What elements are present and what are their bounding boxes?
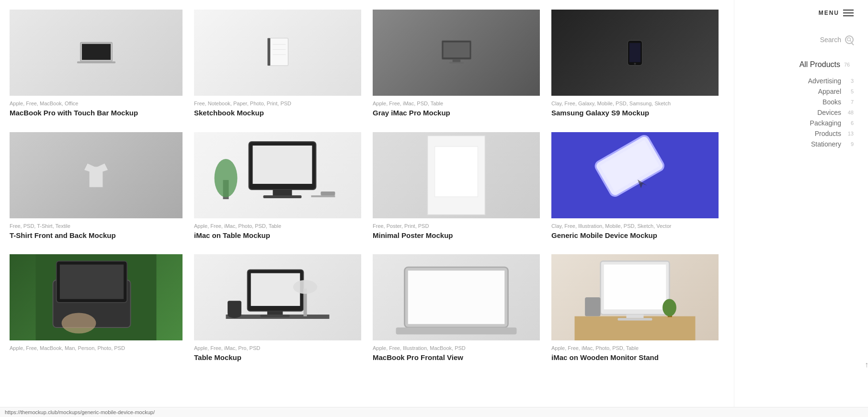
product-card[interactable]: Clay, Free, Illustration, Mobile, PSD, S… bbox=[546, 132, 724, 255]
category-count-devices: 48 bbox=[846, 110, 854, 115]
product-card[interactable]: Free, PSD, T-Shirt, Textile T-Shirt Fron… bbox=[10, 132, 188, 255]
svg-rect-30 bbox=[60, 265, 124, 299]
category-count-advertising: 3 bbox=[846, 78, 854, 84]
product-image[interactable] bbox=[373, 10, 540, 96]
category-count-packaging: 6 bbox=[846, 120, 854, 126]
product-image[interactable] bbox=[373, 254, 540, 340]
product-title[interactable]: iMac on Table Mockup bbox=[194, 231, 361, 240]
product-card[interactable]: Apple, Free, Illustration, MacBook, PSD … bbox=[367, 254, 546, 377]
all-products-label: All Products bbox=[799, 60, 840, 69]
product-card[interactable]: Apple, Free, MacBook, Office MacBook Pro… bbox=[10, 10, 188, 132]
scrollbar: ↑ bbox=[865, 0, 868, 417]
svg-rect-18 bbox=[263, 195, 302, 198]
product-image[interactable] bbox=[194, 10, 361, 96]
svg-rect-3 bbox=[267, 38, 288, 65]
product-image[interactable] bbox=[10, 254, 183, 340]
svg-point-20 bbox=[215, 159, 238, 197]
product-title[interactable]: Gray iMac Pro Mockup bbox=[373, 108, 540, 118]
product-card[interactable]: Apple, Free, iMac, PSD, Table Gray iMac … bbox=[367, 10, 546, 132]
svg-rect-46 bbox=[604, 265, 666, 310]
category-count-products: 13 bbox=[846, 131, 854, 136]
product-title[interactable]: Samsung Galaxy S9 Mockup bbox=[551, 108, 719, 118]
svg-point-38 bbox=[293, 280, 317, 294]
svg-rect-13 bbox=[629, 43, 640, 62]
svg-rect-43 bbox=[396, 327, 517, 334]
product-tags: Apple, Free, iMac, PSD, Table bbox=[373, 101, 540, 106]
product-image[interactable] bbox=[194, 254, 361, 340]
product-title[interactable]: Sketchbook Mockup bbox=[194, 108, 361, 118]
svg-point-31 bbox=[62, 313, 96, 333]
product-title[interactable]: T-Shirt Front and Back Mockup bbox=[10, 231, 183, 240]
nav-item-packaging[interactable]: Packaging 6 bbox=[749, 118, 854, 128]
nav-item-all-products[interactable]: All Products 76 bbox=[749, 58, 854, 71]
category-label-packaging: Packaging bbox=[810, 119, 841, 127]
nav-item-advertising[interactable]: Advertising 3 bbox=[749, 76, 854, 86]
svg-rect-4 bbox=[267, 38, 270, 65]
menu-line-1 bbox=[843, 10, 854, 11]
product-card[interactable]: Apple, Free, iMac, Photo, PSD, Table iMa… bbox=[188, 132, 367, 255]
product-title[interactable]: Minimal Poster Mockup bbox=[373, 231, 540, 240]
svg-rect-9 bbox=[443, 42, 469, 57]
svg-rect-2 bbox=[77, 61, 115, 63]
category-label-products: Products bbox=[815, 130, 841, 137]
product-image[interactable] bbox=[10, 10, 183, 96]
product-image[interactable] bbox=[551, 10, 719, 96]
category-label-devices: Devices bbox=[817, 109, 841, 116]
product-tags: Clay, Free, Galaxy, Mobile, PSD, Samsung… bbox=[551, 101, 719, 106]
product-card[interactable]: Clay, Free, Galaxy, Mobile, PSD, Samsung… bbox=[546, 10, 724, 132]
svg-rect-17 bbox=[273, 190, 292, 195]
category-label-books: Books bbox=[822, 98, 841, 106]
nav-item-books[interactable]: Books 7 bbox=[749, 97, 854, 107]
nav-item-stationery[interactable]: Stationery 9 bbox=[749, 139, 854, 149]
product-title[interactable]: Generic Mobile Device Mockup bbox=[551, 231, 719, 240]
product-image[interactable] bbox=[10, 132, 183, 218]
svg-rect-48 bbox=[618, 318, 652, 320]
product-image[interactable] bbox=[373, 132, 540, 218]
svg-rect-1 bbox=[82, 44, 111, 60]
category-group: Advertising 3 Apparel 5 Books 7 Devices … bbox=[749, 76, 854, 149]
svg-line-53 bbox=[850, 41, 852, 42]
header-nav: MENU bbox=[749, 10, 854, 16]
svg-rect-36 bbox=[261, 315, 290, 317]
product-tags: Free, PSD, T-Shirt, Textile bbox=[10, 223, 183, 229]
nav-item-products[interactable]: Products 13 bbox=[749, 128, 854, 139]
status-bar: https://themockup.club/mockups/generic-m… bbox=[0, 407, 868, 417]
product-tags: Apple, Free, MacBook, Office bbox=[10, 101, 183, 106]
product-title[interactable]: iMac on Wooden Monitor Stand bbox=[551, 353, 719, 362]
product-title[interactable]: Table Mockup bbox=[194, 353, 361, 362]
product-card[interactable]: Apple, Free, iMac, Photo, PSD, Table iMa… bbox=[546, 254, 724, 377]
menu-label: MENU bbox=[819, 10, 839, 16]
product-card[interactable]: Free, Notebook, Paper, Photo, Print, PSD… bbox=[188, 10, 367, 132]
svg-rect-16 bbox=[253, 146, 312, 184]
all-products-count: 76 bbox=[844, 62, 854, 68]
product-image[interactable] bbox=[551, 132, 719, 218]
product-title[interactable]: MacBook Pro Frontal View bbox=[373, 353, 540, 362]
product-grid-row2: Free, PSD, T-Shirt, Textile T-Shirt Fron… bbox=[10, 132, 724, 255]
svg-rect-22 bbox=[311, 195, 335, 197]
svg-rect-21 bbox=[321, 192, 335, 195]
nav-item-devices[interactable]: Devices 48 bbox=[749, 107, 854, 118]
product-tags: Apple, Free, iMac, Pro, PSD bbox=[194, 345, 361, 351]
category-count-apparel: 5 bbox=[846, 89, 854, 94]
product-image[interactable] bbox=[194, 132, 361, 218]
product-card[interactable]: Apple, Free, iMac, Pro, PSD Table Mockup bbox=[188, 254, 367, 377]
svg-rect-51 bbox=[585, 297, 600, 316]
product-tags: Free, Poster, Print, PSD bbox=[373, 223, 540, 229]
product-title[interactable]: MacBook Pro with Touch Bar Mockup bbox=[10, 108, 183, 118]
search-icon[interactable] bbox=[845, 35, 854, 44]
search-row: Search bbox=[749, 35, 854, 44]
category-count-stationery: 9 bbox=[846, 141, 854, 147]
product-tags: Apple, Free, MacBook, Man, Person, Photo… bbox=[10, 345, 183, 351]
scroll-up-arrow[interactable]: ↑ bbox=[865, 361, 868, 369]
svg-point-14 bbox=[634, 63, 636, 65]
svg-point-50 bbox=[662, 299, 676, 316]
product-image[interactable] bbox=[551, 254, 719, 340]
sidebar: MENU Search All Products 76 bbox=[734, 0, 868, 417]
product-tags: Apple, Free, iMac, Photo, PSD, Table bbox=[551, 345, 719, 351]
product-card[interactable]: Free, Poster, Print, PSD Minimal Poster … bbox=[367, 132, 546, 255]
product-tags: Free, Notebook, Paper, Photo, Print, PSD bbox=[194, 101, 361, 106]
product-card[interactable]: Apple, Free, MacBook, Man, Person, Photo… bbox=[10, 254, 188, 377]
nav-item-apparel[interactable]: Apparel 5 bbox=[749, 86, 854, 97]
menu-button[interactable] bbox=[843, 10, 854, 16]
category-count-books: 7 bbox=[846, 99, 854, 105]
